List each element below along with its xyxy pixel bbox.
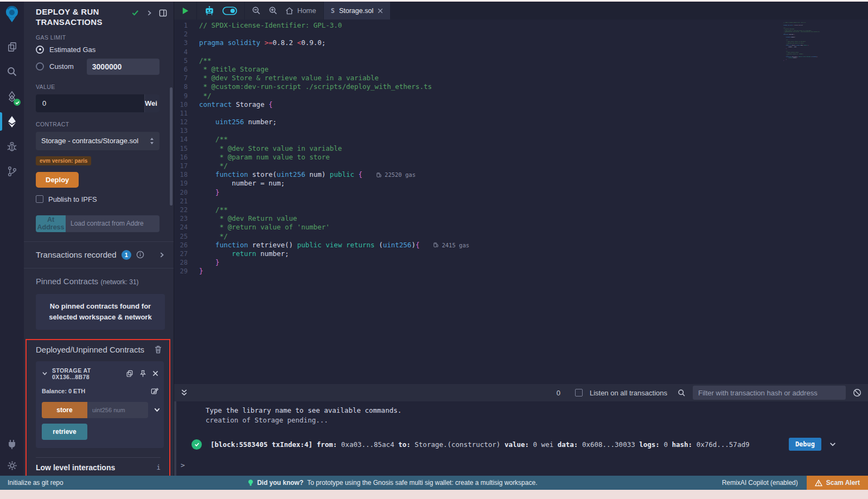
code-line: 15 * @dev Store value in variable <box>174 144 868 153</box>
close-icon[interactable] <box>152 370 158 376</box>
gas-estimate-badge: 2415 gas <box>433 241 469 250</box>
estimated-gas-radio[interactable] <box>36 46 44 54</box>
contract-label: CONTRACT <box>36 121 165 127</box>
lightbulb-icon <box>248 479 253 487</box>
home-tab[interactable]: Home <box>285 7 316 15</box>
line-number: 5 <box>174 56 199 65</box>
file-explorer-icon[interactable] <box>0 34 24 59</box>
search-icon[interactable] <box>0 59 24 84</box>
trash-icon[interactable] <box>155 346 162 354</box>
ai-robot-icon[interactable] <box>204 6 215 16</box>
code-line: 13 <box>174 126 868 135</box>
git-init-status[interactable]: Initialize as git repo <box>8 479 63 487</box>
code-line: 22 /** <box>174 206 868 214</box>
transaction-filter-input[interactable] <box>693 386 846 400</box>
solidity-file-icon: S <box>331 7 335 15</box>
chevron-down-icon[interactable] <box>42 370 48 376</box>
value-unit-label: Wei <box>145 99 157 107</box>
info-icon[interactable] <box>136 251 144 259</box>
search-icon <box>678 389 686 397</box>
store-function-button[interactable]: store <box>42 402 87 418</box>
solidity-compiler-icon[interactable] <box>0 84 24 109</box>
git-branch-icon[interactable] <box>0 159 24 184</box>
line-number: 9 <box>174 92 199 100</box>
panel-scrollbar[interactable] <box>170 87 173 206</box>
publish-ipfs-label: Publish to IPFS <box>48 195 97 203</box>
double-chevron-down-icon[interactable] <box>181 389 188 396</box>
deploy-run-icon[interactable] <box>0 109 24 134</box>
code-line: 20 } <box>174 188 868 197</box>
line-number: 6 <box>174 65 199 74</box>
chevron-right-icon[interactable] <box>146 10 152 16</box>
scam-alert-button[interactable]: Scam Alert <box>807 476 868 490</box>
line-number: 16 <box>174 153 199 162</box>
compile-success-badge <box>14 99 21 106</box>
copilot-toggle[interactable] <box>222 7 237 15</box>
edit-pencil-icon[interactable] <box>151 387 158 395</box>
code-line: 25 */ <box>174 232 868 241</box>
code-line: 4 <box>174 48 868 56</box>
zoom-in-icon[interactable] <box>269 6 278 15</box>
stepper-arrows-icon <box>150 138 154 144</box>
chevron-down-icon[interactable] <box>154 406 161 413</box>
listen-all-checkbox[interactable] <box>575 389 583 396</box>
remix-logo[interactable] <box>3 5 21 23</box>
debugger-bug-icon[interactable] <box>0 134 24 159</box>
panel-layout-icon[interactable] <box>159 9 167 17</box>
code-editor[interactable]: 1// SPDX-License-Identifier: GPL-3.023pr… <box>174 20 868 384</box>
no-pinned-contracts-message: No pinned contracts found for selected w… <box>36 294 165 330</box>
zoom-out-icon[interactable] <box>252 6 261 15</box>
info-icon[interactable]: i <box>156 463 161 471</box>
close-icon[interactable] <box>378 8 383 14</box>
value-input[interactable] <box>36 94 144 112</box>
line-number: 29 <box>174 267 199 276</box>
line-number: 21 <box>174 197 199 206</box>
terminal-scrollbar[interactable] <box>174 401 176 476</box>
terminal[interactable]: Type the library name to see available c… <box>174 401 868 476</box>
code-line: 1// SPDX-License-Identifier: GPL-3.0 <box>174 21 868 30</box>
check-icon <box>131 9 139 17</box>
store-arg-input[interactable] <box>87 402 148 418</box>
settings-gear-icon[interactable] <box>7 460 18 471</box>
plugin-plug-icon[interactable] <box>6 438 18 450</box>
transaction-log-text: [block:5583405 txIndex:4] from: 0xa03...… <box>210 440 789 449</box>
pin-icon[interactable] <box>139 370 146 378</box>
chevron-down-icon[interactable] <box>829 440 837 448</box>
custom-gas-input[interactable] <box>87 59 159 75</box>
scam-alert-label: Scam Alert <box>826 479 860 487</box>
line-number: 4 <box>174 48 199 56</box>
at-address-button[interactable]: At Address <box>36 215 66 232</box>
chevron-right-icon[interactable] <box>158 252 165 258</box>
line-number: 17 <box>174 162 199 170</box>
editor-minimap[interactable]: // SPDX-License-Identifier: GPL-3.0pragm… <box>783 22 826 130</box>
publish-ipfs-checkbox[interactable] <box>36 195 43 203</box>
line-number: 14 <box>174 135 199 144</box>
listen-all-label: Listen on all transactions <box>590 389 667 397</box>
gas-limit-label: GAS LIMIT <box>36 34 165 41</box>
transaction-log-row[interactable]: [block:5583405 txIndex:4] from: 0xa03...… <box>192 438 868 451</box>
deploy-button[interactable]: Deploy <box>36 172 79 188</box>
contract-select-value: Storage - contracts/Storage.sol <box>41 137 138 145</box>
warning-triangle-icon <box>815 479 822 487</box>
retrieve-function-button[interactable]: retrieve <box>42 424 87 440</box>
code-line: 29} <box>174 267 868 276</box>
custom-gas-radio[interactable] <box>36 62 44 71</box>
at-address-input[interactable] <box>66 215 159 232</box>
gas-estimate-badge: 22520 gas <box>376 170 416 179</box>
contract-select[interactable]: Storage - contracts/Storage.sol <box>36 132 159 150</box>
code-line: 27 return number; <box>174 250 868 258</box>
value-unit-select[interactable]: Wei <box>144 94 159 112</box>
code-line: 2 <box>174 30 868 39</box>
slash-circle-icon[interactable] <box>853 388 861 397</box>
line-number: 11 <box>174 109 199 118</box>
debug-button[interactable]: Debug <box>789 438 821 451</box>
tab-storage-sol[interactable]: S Storage.sol <box>324 2 390 20</box>
line-number: 8 <box>174 82 199 91</box>
tabstrip-empty <box>390 2 868 20</box>
copilot-status[interactable]: RemixAI Copilot (enabled) <box>722 479 798 487</box>
code-line: 28 } <box>174 258 868 267</box>
copy-icon[interactable] <box>126 370 133 378</box>
run-script-play-icon[interactable] <box>181 7 189 15</box>
deployed-unpinned-label: Deployed/Unpinned Contracts <box>36 345 144 354</box>
did-you-know-label: Did you know? <box>257 479 303 487</box>
